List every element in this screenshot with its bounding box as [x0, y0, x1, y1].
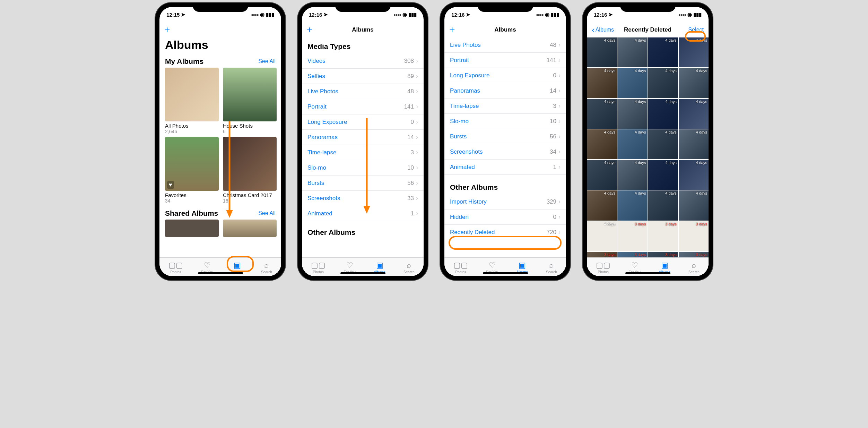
- list-row-import-history[interactable]: Import History329›: [444, 194, 566, 209]
- list-row-portrait[interactable]: Portrait141›: [444, 53, 566, 68]
- shared-album[interactable]: [165, 220, 219, 237]
- tab-search[interactable]: ⌕Search: [403, 261, 415, 274]
- list-count: 56: [550, 133, 556, 140]
- photo-cell[interactable]: 4 days: [648, 160, 678, 190]
- tab-search[interactable]: ⌕Search: [688, 261, 700, 274]
- content-area[interactable]: Live Photos48›Portrait141›Long Exposure0…: [444, 37, 566, 257]
- list-row-animated[interactable]: Animated1›: [444, 160, 566, 175]
- tab-photos[interactable]: ▢▢Photos: [311, 261, 326, 274]
- photo-cell[interactable]: 4 days: [617, 99, 647, 129]
- photo-cell[interactable]: 4 days: [587, 190, 617, 220]
- photo-cell[interactable]: 4 days: [679, 160, 709, 190]
- home-indicator[interactable]: [625, 272, 670, 274]
- list-row-time-lapse[interactable]: Time-lapse3›: [302, 145, 424, 160]
- photo-cell[interactable]: 4 days: [587, 221, 617, 251]
- content-area[interactable]: 4 days4 days4 days4 days4 days4 days4 da…: [587, 37, 709, 257]
- select-button[interactable]: Select: [688, 27, 704, 33]
- photo-cell[interactable]: 4 days: [617, 190, 647, 220]
- photo-cell[interactable]: 4 days: [617, 37, 647, 67]
- search-icon: ⌕: [407, 261, 411, 269]
- home-indicator[interactable]: [340, 272, 385, 274]
- photo-cell[interactable]: 3 days: [648, 221, 678, 251]
- photo-cell[interactable]: 4 days: [679, 68, 709, 98]
- nav-bar: + Albums: [444, 22, 566, 37]
- photo-cell[interactable]: 4 days: [648, 99, 678, 129]
- list-row-panoramas[interactable]: Panoramas14›: [302, 130, 424, 145]
- photo-cell[interactable]: 4 days: [679, 129, 709, 159]
- album-partial[interactable]: S: [281, 137, 281, 204]
- list-row-live-photos[interactable]: Live Photos48›: [302, 84, 424, 99]
- photo-cell[interactable]: 4 days: [617, 68, 647, 98]
- large-title: Albums: [159, 37, 281, 54]
- album-name: Favorites: [165, 192, 219, 198]
- shared-album[interactable]: [223, 220, 277, 237]
- photo-cell[interactable]: 4 days: [679, 99, 709, 129]
- list-count: 1: [411, 210, 414, 217]
- photo-cell[interactable]: 3 days: [648, 252, 678, 257]
- photo-cell[interactable]: 3 days: [587, 252, 617, 257]
- photo-cell[interactable]: 4 days: [587, 129, 617, 159]
- album-all-photos[interactable]: All Photos 2,646: [165, 68, 219, 134]
- photo-cell[interactable]: 4 days: [648, 37, 678, 67]
- photo-cell[interactable]: 4 days: [587, 37, 617, 67]
- photo-cell[interactable]: 4 days: [617, 129, 647, 159]
- photo-cell[interactable]: 3 days: [679, 252, 709, 257]
- chevron-right-icon: ›: [558, 229, 561, 236]
- content-area[interactable]: My Albums See All All Photos 2,646 House…: [159, 54, 281, 257]
- back-button[interactable]: Albums: [592, 25, 614, 35]
- list-row-long-exposure[interactable]: Long Exposure0›: [444, 68, 566, 83]
- album-house-shots[interactable]: House Shots 6: [223, 68, 277, 134]
- photo-cell[interactable]: 4 days: [648, 190, 678, 220]
- list-row-screenshots[interactable]: Screenshots33›: [302, 191, 424, 206]
- tab-photos[interactable]: ▢▢Photos: [168, 261, 183, 274]
- home-indicator[interactable]: [198, 272, 243, 274]
- list-row-videos[interactable]: Videos308›: [302, 53, 424, 69]
- photo-cell[interactable]: 4 days: [587, 68, 617, 98]
- see-all-link[interactable]: See All: [258, 210, 276, 216]
- photo-cell[interactable]: 4 days: [587, 99, 617, 129]
- photo-cell[interactable]: 4 days: [679, 37, 709, 67]
- tab-photos[interactable]: ▢▢Photos: [596, 261, 610, 274]
- list-row-hidden[interactable]: Hidden0›: [444, 209, 566, 225]
- list-row-animated[interactable]: Animated1›: [302, 206, 424, 221]
- days-remaining-label: 4 days: [696, 191, 707, 195]
- add-button[interactable]: +: [164, 25, 170, 35]
- photo-cell[interactable]: 4 days: [617, 160, 647, 190]
- list-row-selfies[interactable]: Selfies89›: [302, 69, 424, 84]
- see-all-link[interactable]: See All: [258, 58, 276, 65]
- list-row-screenshots[interactable]: Screenshots34›: [444, 144, 566, 160]
- photo-cell[interactable]: 4 days: [679, 190, 709, 220]
- album-favorites[interactable]: ♥ Favorites 34: [165, 137, 219, 204]
- list-row-slo-mo[interactable]: Slo-mo10›: [302, 160, 424, 176]
- list-row-panoramas[interactable]: Panoramas14›: [444, 83, 566, 99]
- list-row-time-lapse[interactable]: Time-lapse3›: [444, 99, 566, 114]
- chevron-right-icon: ›: [416, 164, 418, 171]
- list-row-bursts[interactable]: Bursts56›: [302, 176, 424, 191]
- foryou-icon: ♡: [346, 261, 353, 269]
- list-row-portrait[interactable]: Portrait141›: [302, 99, 424, 114]
- chevron-right-icon: ›: [558, 118, 561, 125]
- photo-cell[interactable]: 3 days: [617, 221, 647, 251]
- tab-search[interactable]: ⌕Search: [546, 261, 557, 274]
- list-label: Selfies: [307, 73, 407, 80]
- tab-photos[interactable]: ▢▢Photos: [453, 261, 468, 274]
- album-partial[interactable]: H 1: [281, 68, 281, 134]
- list-row-slo-mo[interactable]: Slo-mo10›: [444, 114, 566, 129]
- list-row-long-exposure[interactable]: Long Exposure0›: [302, 114, 424, 130]
- content-area[interactable]: Media Types Videos308›Selfies89›Live Pho…: [302, 37, 424, 257]
- chevron-right-icon: ›: [416, 149, 418, 156]
- list-row-recently-deleted[interactable]: Recently Deleted720›: [444, 225, 566, 240]
- photo-cell[interactable]: 4 days: [648, 68, 678, 98]
- photo-cell[interactable]: 4 days: [648, 129, 678, 159]
- photo-cell[interactable]: 4 days: [587, 160, 617, 190]
- list-label: Screenshots: [450, 148, 550, 155]
- home-indicator[interactable]: [483, 272, 528, 274]
- list-row-live-photos[interactable]: Live Photos48›: [444, 37, 566, 53]
- add-button[interactable]: +: [449, 25, 455, 35]
- list-row-bursts[interactable]: Bursts56›: [444, 129, 566, 144]
- photo-cell[interactable]: 3 days: [679, 221, 709, 251]
- photo-cell[interactable]: 3 days: [617, 252, 647, 257]
- tab-search[interactable]: ⌕Search: [261, 261, 272, 274]
- add-button[interactable]: +: [307, 25, 312, 35]
- album-christmas[interactable]: Christmas Card 2017 16: [223, 137, 277, 204]
